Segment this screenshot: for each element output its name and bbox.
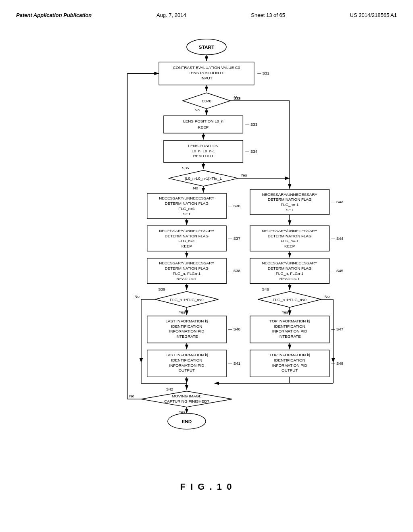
svg-text:END: END [181,419,192,424]
svg-text:— S31: — S31 [257,71,269,75]
svg-text:FLG_n=-1: FLG_n=-1 [281,202,298,207]
svg-text:DETERMINATION FLAG: DETERMINATION FLAG [268,234,312,238]
svg-text:INFORMATION PID: INFORMATION PID [272,363,307,368]
svg-text:MOVING IMAGE: MOVING IMAGE [172,394,202,398]
svg-text:INPUT: INPUT [200,76,212,80]
svg-text:SET: SET [183,212,190,216]
svg-text:INFORMATION PID: INFORMATION PID [272,329,307,333]
svg-text:LENS POSITION L0_n: LENS POSITION L0_n [183,119,223,123]
svg-text:NECESSARY/UNNECESSARY: NECESSARY/UNNECESSARY [262,229,317,233]
svg-text:Yes: Yes [240,173,247,177]
svg-text:— S47: — S47 [331,327,343,331]
svg-text:READ OUT: READ OUT [280,276,300,281]
svg-text:KEEP: KEEP [198,125,209,129]
svg-text:DETERMINATION FLAG: DETERMINATION FLAG [268,197,312,202]
svg-text:LAST INFORMATION kj: LAST INFORMATION kj [166,353,208,357]
svg-text:KEEP: KEEP [181,244,192,248]
svg-text:— S44: — S44 [331,236,344,241]
svg-text:NECESSARY/UNNECESSARY: NECESSARY/UNNECESSARY [262,261,317,265]
svg-text:DETERMINATION FLAG: DETERMINATION FLAG [165,266,209,270]
svg-text:FLG_n=1: FLG_n=1 [178,239,195,243]
svg-text:No: No [129,394,135,398]
svg-text:DETERMINATION FLAG: DETERMINATION FLAG [165,234,209,238]
svg-text:— S33: — S33 [245,122,258,127]
svg-text:FLG_n=-1: FLG_n=-1 [281,239,298,243]
svg-text:IDENTIFICATION: IDENTIFICATION [171,358,202,362]
svg-text:L0_n, L0_n-1: L0_n, L0_n-1 [192,149,215,153]
svg-text:S46: S46 [262,287,269,291]
svg-text:Yes: Yes [179,310,185,314]
figure-label: F I G . 1 0 [16,482,397,492]
svg-text:S42: S42 [166,387,173,391]
svg-text:S35: S35 [182,166,189,170]
svg-text:NECESSARY/UNNECESSARY: NECESSARY/UNNECESSARY [262,192,317,197]
svg-text:SET: SET [286,208,294,212]
svg-text:KEEP: KEEP [284,244,295,248]
svg-text:— S45: — S45 [331,268,344,273]
svg-text:LAST INFORMATION kj: LAST INFORMATION kj [166,319,208,323]
svg-text:DETERMINATION FLAG: DETERMINATION FLAG [268,266,312,270]
svg-text:TOP INFORMATION kj: TOP INFORMATION kj [269,319,310,323]
svg-text:CONTRAST EVALUATION VALUE C0: CONTRAST EVALUATION VALUE C0 [173,65,240,70]
svg-text:FLG_n, FLGn-1: FLG_n, FLGn-1 [173,271,201,276]
svg-text:No: No [195,108,200,112]
svg-text:S39: S39 [158,287,165,291]
svg-text:No: No [134,294,140,299]
header-publication-label: Patent Application Publication [16,12,92,18]
svg-text:— S37: — S37 [228,236,240,241]
svg-text:INFORMATION PID: INFORMATION PID [169,363,204,368]
svg-text:DETERMINATION FLAG: DETERMINATION FLAG [165,201,209,206]
svg-text:— S34: — S34 [245,149,258,154]
svg-text:C0<0: C0<0 [202,99,211,103]
svg-text:— S40: — S40 [228,327,241,331]
svg-text:— S41: — S41 [228,361,240,366]
svg-text:— S43: — S43 [331,200,344,204]
svg-text:INTEGRATE: INTEGRATE [175,334,198,339]
svg-text:FLG_n, FLGn-1: FLG_n, FLGn-1 [276,271,304,276]
svg-text:IDENTIFICATION: IDENTIFICATION [274,358,305,362]
page-header: Patent Application Publication Aug. 7, 2… [16,8,397,26]
svg-text:START: START [199,44,215,50]
svg-text:Yes: Yes [282,310,288,314]
svg-text:— S36: — S36 [228,204,241,208]
svg-text:FLG_n=1: FLG_n=1 [178,206,195,211]
svg-text:INFORMATION PID: INFORMATION PID [169,329,204,333]
svg-text:TOP INFORMATION kj: TOP INFORMATION kj [269,353,310,357]
svg-text:No: No [325,294,330,299]
page: Patent Application Publication Aug. 7, 2… [0,0,413,532]
svg-text:No: No [193,186,198,190]
flowchart-svg: START CONTRAST EVALUATION VALUE C0 LENS … [65,34,348,470]
svg-text:CAPTURING FINISHED?: CAPTURING FINISHED? [164,399,209,403]
svg-text:FLG_n-1*FLG_n<0: FLG_n-1*FLG_n<0 [170,297,204,302]
header-date: Aug. 7, 2014 [156,12,186,18]
svg-text:READ OUT: READ OUT [177,276,197,281]
svg-text:LENS POSITION L0: LENS POSITION L0 [189,71,225,75]
header-patent-number: US 2014/218565 A1 [350,12,397,18]
svg-text:INTEGRATE: INTEGRATE [279,334,301,339]
svg-text:OUTPUT: OUTPUT [179,368,195,372]
svg-text:READ OUT: READ OUT [193,154,214,158]
svg-text:NECESSARY/UNNECESSARY: NECESSARY/UNNECESSARY [159,229,215,233]
svg-text:OUTPUT: OUTPUT [282,368,298,372]
svg-text:Yes: Yes [234,95,241,100]
svg-text:IDENTIFICATION: IDENTIFICATION [274,324,305,328]
svg-text:FLG_n-1*FLG_n<0: FLG_n-1*FLG_n<0 [273,297,307,302]
flowchart-container: START CONTRAST EVALUATION VALUE C0 LENS … [16,34,397,470]
svg-text:— S38: — S38 [228,268,241,273]
svg-text:NECESSARY/UNNECESSARY: NECESSARY/UNNECESSARY [159,196,215,200]
svg-text:IDENTIFICATION: IDENTIFICATION [171,324,202,328]
svg-text:|L0_n-L0_n-1|>Thr_L: |L0_n-L0_n-1|>Thr_L [185,176,222,181]
header-sheet: Sheet 13 of 65 [251,12,285,18]
svg-text:NECESSARY/UNNECESSARY: NECESSARY/UNNECESSARY [159,261,215,265]
svg-text:LENS POSITION: LENS POSITION [188,143,219,148]
